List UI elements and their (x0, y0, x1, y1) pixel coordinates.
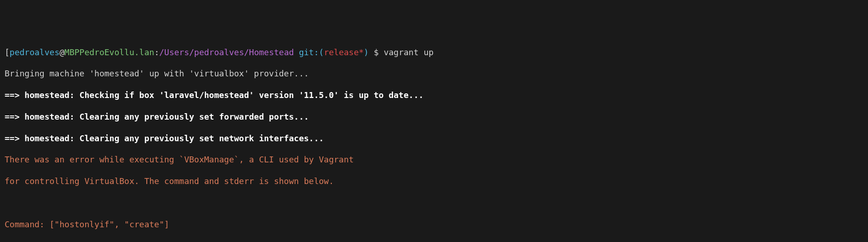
prompt-user: pedroalves (10, 47, 59, 57)
error-line: for controlling VirtualBox. The command … (5, 176, 863, 186)
output-line: ==> homestead: Clearing any previously s… (5, 133, 863, 144)
prompt-at: @ (59, 47, 64, 57)
output-line: Bringing machine 'homestead' up with 'vi… (5, 68, 863, 79)
git-branch: release* (324, 47, 364, 57)
prompt-path: /Users/pedroalves/Homestead (159, 47, 294, 57)
git-prefix: git:( (294, 47, 324, 57)
output-line: ==> homestead: Clearing any previously s… (5, 111, 863, 122)
output-line: ==> homestead: Checking if box 'laravel/… (5, 90, 863, 100)
prompt-line-1: [pedroalves@MBPPedroEvollu.lan:/Users/pe… (5, 47, 863, 58)
git-suffix: ) (364, 47, 369, 57)
error-line: Command: ["hostonlyif", "create"] (5, 219, 863, 230)
prompt-dollar: $ (369, 47, 384, 57)
prompt-bracket: [ (5, 47, 10, 57)
prompt-host: MBPPedroEvollu.lan (64, 47, 154, 57)
prompt-colon: : (154, 47, 159, 57)
blank-line (5, 241, 863, 242)
error-line: There was an error while executing `VBox… (5, 154, 863, 165)
command-text: vagrant up (384, 47, 434, 57)
blank-line (5, 197, 863, 208)
